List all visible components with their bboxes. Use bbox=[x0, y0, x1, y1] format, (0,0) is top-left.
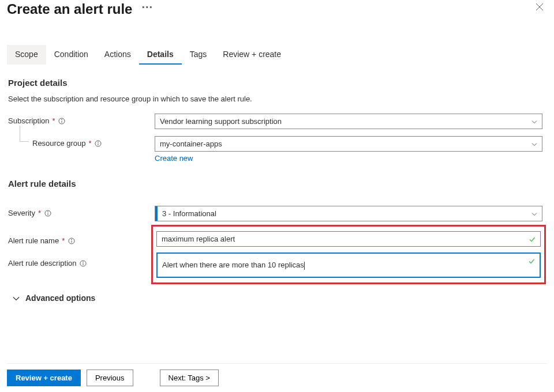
alert-name-value: maximum replica alert bbox=[162, 235, 235, 243]
resource-group-label: Resource group bbox=[32, 139, 86, 148]
severity-select[interactable]: 3 - Informational bbox=[155, 206, 542, 221]
info-icon[interactable] bbox=[80, 259, 87, 267]
svg-point-13 bbox=[71, 239, 72, 240]
tab-actions[interactable]: Actions bbox=[96, 45, 139, 65]
advanced-options-toggle[interactable]: Advanced options bbox=[0, 284, 554, 303]
footer: Review + create Previous Next: Tags > bbox=[7, 363, 547, 386]
tab-review[interactable]: Review + create bbox=[215, 45, 289, 65]
check-icon bbox=[528, 258, 535, 266]
close-icon[interactable] bbox=[536, 3, 544, 13]
info-icon[interactable] bbox=[95, 140, 102, 147]
project-details-desc: Select the subscription and resource gro… bbox=[8, 95, 546, 103]
chevron-down-icon bbox=[13, 293, 20, 303]
severity-value: 3 - Informational bbox=[162, 209, 216, 218]
info-icon[interactable] bbox=[58, 117, 66, 125]
more-icon[interactable]: ··· bbox=[141, 1, 153, 14]
tabs: Scope Condition Actions Details Tags Rev… bbox=[0, 45, 554, 65]
required-asterisk: * bbox=[62, 236, 65, 245]
create-new-link[interactable]: Create new bbox=[155, 154, 193, 163]
chevron-down-icon bbox=[531, 141, 537, 147]
svg-point-4 bbox=[62, 119, 62, 120]
subscription-label: Subscription bbox=[8, 116, 50, 125]
highlight-box: maximum replica alert Alert when there a… bbox=[151, 225, 546, 284]
tab-scope[interactable]: Scope bbox=[7, 45, 46, 65]
required-asterisk: * bbox=[89, 139, 92, 148]
chevron-down-icon bbox=[531, 118, 537, 125]
severity-label: Severity bbox=[8, 209, 35, 217]
alert-rule-details-heading: Alert rule details bbox=[8, 179, 546, 189]
subscription-value: Vendor learning support subscription bbox=[160, 117, 282, 126]
page-title: Create an alert rule bbox=[7, 1, 132, 17]
alert-desc-textarea[interactable]: Alert when there are more than 10 replic… bbox=[156, 252, 541, 278]
alert-name-input[interactable]: maximum replica alert bbox=[156, 231, 541, 247]
check-icon bbox=[529, 236, 536, 244]
resource-group-select[interactable]: my-container-apps bbox=[155, 136, 542, 152]
alert-desc-label: Alert rule description bbox=[8, 259, 77, 267]
resource-group-value: my-container-apps bbox=[160, 140, 222, 148]
svg-point-10 bbox=[47, 212, 48, 212]
tab-condition[interactable]: Condition bbox=[46, 45, 96, 65]
next-button[interactable]: Next: Tags > bbox=[160, 370, 219, 386]
subscription-select[interactable]: Vendor learning support subscription bbox=[155, 114, 542, 129]
required-asterisk: * bbox=[53, 116, 55, 125]
info-icon[interactable] bbox=[68, 237, 75, 244]
previous-button[interactable]: Previous bbox=[87, 370, 133, 386]
tab-details[interactable]: Details bbox=[139, 45, 182, 65]
advanced-options-label: Advanced options bbox=[25, 293, 95, 303]
chevron-down-icon bbox=[531, 210, 537, 217]
alert-name-label: Alert rule name bbox=[8, 236, 59, 245]
review-create-button[interactable]: Review + create bbox=[7, 370, 81, 386]
svg-point-7 bbox=[98, 142, 99, 142]
alert-desc-value: Alert when there are more than 10 replic… bbox=[162, 261, 305, 270]
info-icon[interactable] bbox=[44, 209, 51, 217]
project-details-heading: Project details bbox=[8, 78, 546, 88]
tree-line bbox=[20, 126, 29, 142]
required-asterisk: * bbox=[38, 209, 41, 217]
tab-tags[interactable]: Tags bbox=[182, 45, 215, 65]
svg-point-16 bbox=[83, 262, 84, 262]
